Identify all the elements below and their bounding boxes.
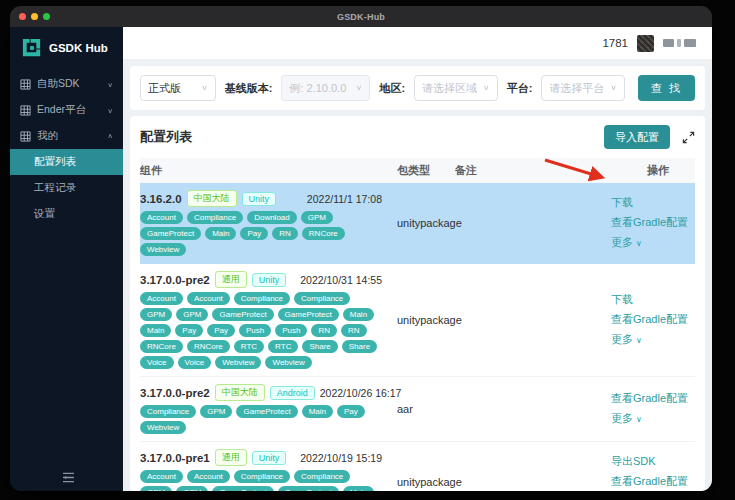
module-pill: GPM (301, 211, 333, 224)
config-row[interactable]: 3.16.2.0中国大陆Unity2022/11/1 17:08AccountC… (140, 183, 695, 264)
column-header-component: 组件 (140, 163, 390, 178)
action-link[interactable]: 下载 (611, 192, 695, 212)
module-pill: Main (343, 486, 374, 492)
module-pill: GameProtect (278, 308, 339, 321)
region-tag: 中国大陆 (215, 384, 265, 401)
module-pill: Pay (337, 405, 365, 418)
module-pill-list: ComplianceGPMGameProtectMainPayWebview (140, 402, 390, 435)
module-pill: Compliance (234, 292, 290, 305)
sidebar-collapse-icon[interactable] (62, 472, 75, 483)
region-select[interactable]: 请选择区域 ∨ (414, 75, 498, 101)
remark-cell (448, 189, 603, 257)
action-link[interactable]: 下载 (611, 289, 695, 309)
module-pill: Share (342, 340, 377, 353)
more-link[interactable]: 更多 ∨ (611, 329, 695, 351)
platform-tag: Android (270, 386, 315, 400)
module-pill: Main (140, 324, 171, 337)
window-titlebar[interactable]: GSDK-Hub (10, 6, 712, 27)
module-pill: Compliance (140, 405, 196, 418)
config-list-card: 配置列表 导入配置 组件 包类型 备注 操作 3.16.2.0中国大陆Unity… (130, 116, 705, 491)
notification-count: 1781 (602, 37, 628, 49)
module-pill: Webview (215, 356, 261, 369)
config-row[interactable]: 3.17.0.0-pre1通用Unity2022/10/19 15:19Acco… (140, 442, 695, 491)
sidebar-item-self-sdk[interactable]: 自助SDK ∨ (10, 71, 123, 97)
sidebar-item-label: 自助SDK (37, 77, 101, 91)
platform-select[interactable]: 请选择平台 ∨ (541, 75, 625, 101)
chevron-down-icon: ∨ (636, 239, 642, 248)
action-link[interactable]: 查看Gradle配置 (611, 471, 695, 491)
more-link[interactable]: 更多 ∨ (611, 232, 695, 254)
sidebar-item-settings[interactable]: 设置 (10, 201, 123, 227)
action-link[interactable]: 查看Gradle配置 (611, 309, 695, 329)
sidebar-item-mine[interactable]: 我的 ∧ (10, 123, 123, 149)
grid-icon (20, 131, 31, 142)
action-link[interactable]: 查看Gradle配置 (611, 212, 695, 232)
version-line: 3.17.0.0-pre2中国大陆Android2022/10/26 16:17 (140, 383, 390, 402)
region-tag: 中国大陆 (187, 190, 237, 207)
sidebar-item-project-records[interactable]: 工程记录 (10, 175, 123, 201)
chevron-down-icon: ∨ (483, 84, 490, 92)
chevron-down-icon: ∨ (610, 84, 617, 92)
sidebar-item-config-list[interactable]: 配置列表 (10, 149, 123, 175)
module-pill: RTC (268, 340, 298, 353)
version-line: 3.16.2.0中国大陆Unity2022/11/1 17:08 (140, 189, 390, 208)
column-header-package-type: 包类型 (390, 163, 448, 178)
region-placeholder: 请选择区域 (422, 81, 477, 96)
config-row[interactable]: 3.17.0.0-pre2通用Unity2022/10/31 14:55Acco… (140, 264, 695, 377)
package-type: unitypackage (390, 314, 448, 326)
grid-icon (20, 79, 31, 90)
module-pill: Account (140, 470, 183, 483)
sidebar-subitem-label: 配置列表 (34, 155, 76, 169)
table-header-row: 组件 包类型 备注 操作 (140, 158, 695, 183)
user-avatar[interactable] (637, 35, 654, 52)
remark-cell (448, 383, 603, 435)
module-pill: GPM (140, 308, 172, 321)
app-logo: GSDK Hub (10, 27, 123, 71)
component-cell: 3.17.0.0-pre2中国大陆Android2022/10/26 16:17… (140, 383, 390, 435)
module-pill: GPM (140, 486, 172, 492)
baseline-version-select[interactable]: 例: 2.10.0.0 ∨ (281, 75, 370, 101)
module-pill: Share (302, 340, 337, 353)
actions-cell: 查看Gradle配置更多 ∨ (603, 388, 695, 430)
module-pill: RNCore (302, 227, 345, 240)
column-header-actions: 操作 (603, 163, 695, 178)
sidebar-subitem-label: 设置 (34, 207, 55, 221)
module-pill: RTC (234, 340, 264, 353)
config-row[interactable]: 3.17.0.0-pre2中国大陆Android2022/10/26 16:17… (140, 377, 695, 442)
module-pill: Pay (175, 324, 203, 337)
module-pill: Download (247, 211, 297, 224)
fullscreen-expand-icon[interactable] (682, 131, 695, 144)
action-link[interactable]: 查看Gradle配置 (611, 388, 695, 408)
sidebar-item-label: Ender平台 (37, 103, 101, 117)
search-button[interactable]: 查 找 (638, 75, 695, 101)
component-cell: 3.17.0.0-pre2通用Unity2022/10/31 14:55Acco… (140, 270, 390, 370)
platform-tag: Unity (242, 192, 277, 206)
app-logo-text: GSDK Hub (49, 42, 108, 54)
import-config-button[interactable]: 导入配置 (604, 125, 670, 149)
region-tag: 通用 (215, 449, 247, 466)
package-type: unitypackage (390, 476, 448, 488)
baseline-placeholder: 例: 2.10.0.0 (289, 81, 346, 96)
remark-cell (448, 448, 603, 491)
package-type: aar (390, 403, 448, 415)
action-link[interactable]: 导出SDK (611, 451, 695, 471)
baseline-label: 基线版本: (225, 81, 273, 96)
actions-cell: 下载查看Gradle配置更多 ∨ (603, 192, 695, 254)
module-pill: Webview (265, 356, 311, 369)
chevron-down-icon: ∨ (107, 80, 113, 87)
chevron-down-icon: ∨ (107, 106, 113, 113)
module-pill: Voice (140, 356, 174, 369)
module-pill: Push (275, 324, 307, 337)
sidebar-item-ender-platform[interactable]: Ender平台 ∨ (10, 97, 123, 123)
module-pill: GameProtect (278, 486, 339, 492)
channel-select[interactable]: 正式版 ∨ (140, 75, 216, 101)
module-pill: RN (341, 324, 367, 337)
build-date: 2022/10/26 16:17 (320, 387, 410, 399)
more-link[interactable]: 更多 ∨ (611, 408, 695, 430)
module-pill: Voice (178, 356, 212, 369)
build-date: 2022/10/31 14:55 (300, 274, 390, 286)
module-pill: Account (140, 292, 183, 305)
module-pill: Push (239, 324, 271, 337)
sidebar: GSDK Hub 自助SDK ∨ Ender平台 ∨ 我的 (10, 27, 123, 491)
module-pill: Main (302, 405, 333, 418)
